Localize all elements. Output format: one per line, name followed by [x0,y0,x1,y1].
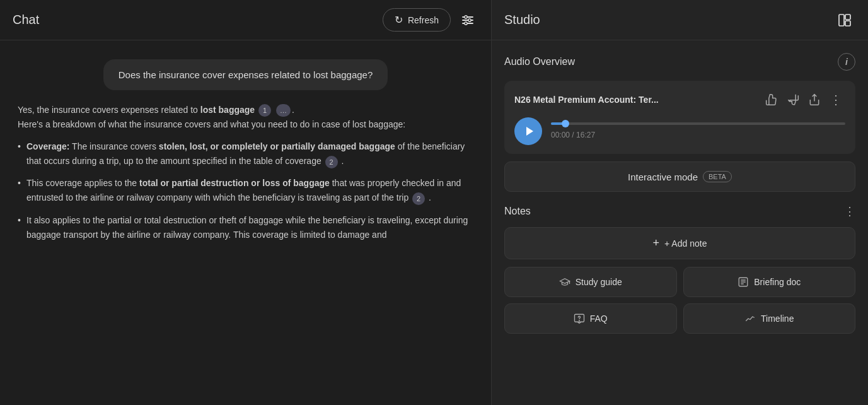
briefing-doc-button[interactable]: Briefing doc [683,267,856,297]
progress-time: 00:00 / 16:27 [551,131,595,139]
faq-button[interactable]: FAQ [504,303,677,334]
studio-header: Studio [492,0,868,40]
assistant-intro-text: Yes, the insurance covers expenses relat… [18,105,405,129]
share-button[interactable] [806,91,823,109]
audio-progress-section: 00:00 / 16:27 [551,122,845,140]
timeline-label: Timeline [761,314,794,324]
progress-bar[interactable] [551,122,845,125]
thumbdown-button[interactable] [784,91,802,109]
user-message: Does the insurance cover expenses relate… [103,59,388,90]
citation-2b[interactable]: 2 [412,192,425,205]
svg-point-4 [468,18,471,21]
svg-point-12 [579,320,579,321]
assistant-list: Coverage: The insurance covers stolen, l… [18,139,473,242]
citation-more[interactable]: … [276,104,291,117]
audio-overview-title: Audio Overview [504,56,575,68]
add-note-button[interactable]: + + Add note [504,227,855,259]
studio-panel: Studio Audio Overview i N26 Metal Premiu… [492,0,868,405]
faq-label: FAQ [590,314,608,324]
svg-rect-6 [839,15,844,26]
chat-header: Chat ↻ Refresh [0,0,491,40]
list-item-1: Coverage: The insurance covers stolen, l… [18,139,473,168]
svg-rect-7 [845,15,850,20]
user-message-text: Does the insurance cover expenses relate… [119,69,373,80]
audio-card-header: N26 Metal Premium Account: Ter... [514,90,845,110]
audio-actions: ⋮ [763,90,845,110]
interactive-mode-label: Interactive mode [628,172,698,182]
notes-menu-button[interactable]: ⋮ [844,204,855,218]
audio-player: 00:00 / 16:27 [514,117,845,145]
refresh-label: Refresh [408,15,439,25]
assistant-message: Yes, the insurance covers expenses relat… [13,103,478,250]
progress-thumb [562,120,569,127]
refresh-button[interactable]: ↻ Refresh [383,8,451,32]
citation-1[interactable]: 1 [258,104,271,117]
audio-overview-header: Audio Overview i [504,53,855,71]
audio-card-title: N26 Metal Premium Account: Ter... [514,95,763,105]
audio-overview-section: Audio Overview i N26 Metal Premium Accou… [492,40,868,204]
citation-2[interactable]: 2 [325,156,338,168]
thumbup-button[interactable] [763,91,780,109]
svg-point-3 [465,15,467,18]
refresh-icon: ↻ [395,14,403,26]
sliders-button[interactable] [457,9,478,31]
svg-rect-8 [845,21,850,26]
chat-title: Chat [13,13,39,27]
info-button[interactable]: i [838,53,855,71]
more-icon: ⋮ [830,92,843,107]
svg-marker-9 [526,127,533,136]
layout-button[interactable] [834,9,855,31]
chat-panel: Chat ↻ Refresh Does the insurance cover … [0,0,492,405]
notes-title: Notes [504,206,531,217]
study-guide-button[interactable]: Study guide [504,267,677,297]
studio-title: Studio [504,13,540,27]
assistant-intro: Yes, the insurance covers expenses relat… [18,103,473,132]
tool-buttons-grid: Study guide Briefing doc FAQ [504,267,855,334]
chat-body: Does the insurance cover expenses relate… [0,40,491,405]
notes-header: Notes ⋮ [504,204,855,218]
info-icon: i [845,57,848,67]
audio-card: N26 Metal Premium Account: Ter... [504,81,855,154]
study-guide-label: Study guide [576,277,622,287]
add-note-label: + Add note [664,238,707,249]
chat-header-actions: ↻ Refresh [383,8,478,32]
list-item-2: This coverage applies to the total or pa… [18,176,473,205]
add-note-plus-icon: + [653,237,660,250]
svg-point-5 [465,21,467,24]
timeline-button[interactable]: Timeline [683,303,856,334]
interactive-mode-button[interactable]: Interactive mode BETA [504,161,855,192]
beta-badge: BETA [703,171,732,182]
play-button[interactable] [514,117,542,145]
notes-section: Notes ⋮ + + Add note Study guide [492,204,868,346]
list-item-3: It also applies to the partial or total … [18,213,473,242]
notes-more-icon: ⋮ [844,204,855,218]
briefing-doc-label: Briefing doc [754,277,801,287]
more-button[interactable]: ⋮ [827,90,845,110]
